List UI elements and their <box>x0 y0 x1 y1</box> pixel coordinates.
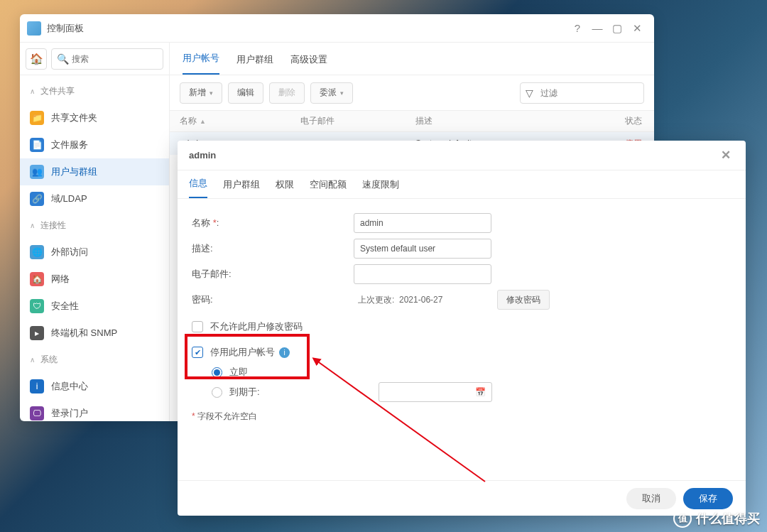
home-button[interactable]: 🏠 <box>26 48 47 70</box>
sidebar-item-network[interactable]: 🏠网络 <box>20 266 169 293</box>
mtab-perm[interactable]: 权限 <box>276 171 294 198</box>
content-tabs: 用户帐号 用户群组 高级设置 <box>170 43 654 75</box>
last-changed: 上次更改: 2021-06-27 <box>358 294 491 306</box>
delete-button[interactable]: 删除 <box>269 82 305 104</box>
label-email: 电子邮件: <box>192 268 354 281</box>
shield-icon: 🛡 <box>30 299 44 313</box>
sidebar-item-external-access[interactable]: 🌐外部访问 <box>20 239 169 266</box>
sidebar-item-shared-folders[interactable]: 📁共享文件夹 <box>20 104 169 131</box>
col-header-status[interactable]: 状态 <box>625 115 644 127</box>
chevron-down-icon: ▾ <box>210 89 213 97</box>
modal-body: 名称 *: 描述: 电子邮件: 密码: 上次更改: 2021-06-27 修改密… <box>178 199 746 480</box>
input-expire-date[interactable]: 📅 <box>379 382 492 402</box>
row-disallow-change-pw[interactable]: 不允许此用户修改密码 <box>192 317 731 337</box>
label-desc: 描述: <box>192 242 354 255</box>
modal-header: admin ✕ <box>178 141 746 170</box>
sidebar-item-security[interactable]: 🛡安全性 <box>20 293 169 320</box>
external-access-icon: 🌐 <box>30 245 44 259</box>
nav-group-system[interactable]: ∧系统 <box>20 347 169 373</box>
input-name[interactable] <box>354 213 491 233</box>
save-button[interactable]: 保存 <box>683 488 733 509</box>
chevron-up-icon: ∧ <box>30 356 35 364</box>
sidebar-item-terminal-snmp[interactable]: ▸终端机和 SNMP <box>20 320 169 347</box>
calendar-icon: 📅 <box>475 387 486 397</box>
info-icon[interactable]: i <box>279 347 290 358</box>
sidebar-item-login-portal[interactable]: 🖵登录门户 <box>20 400 169 421</box>
search-wrap: 🔍 <box>51 48 163 70</box>
col-header-email[interactable]: 电子邮件 <box>300 115 415 127</box>
app-icon <box>27 21 41 36</box>
input-desc[interactable] <box>354 239 491 259</box>
sort-asc-icon: ▲ <box>200 118 206 125</box>
filter-wrap: ▽ <box>520 82 644 104</box>
tab-advanced[interactable]: 高级设置 <box>290 45 327 75</box>
nav: ∧文件共享 📁共享文件夹 📄文件服务 👥用户与群组 🔗域/LDAP ∧连接性 🌐… <box>20 75 169 421</box>
input-email[interactable] <box>354 264 491 284</box>
chevron-up-icon: ∧ <box>30 222 35 229</box>
checkbox-disable-account[interactable] <box>192 347 203 358</box>
sidebar-item-info-center[interactable]: i信息中心 <box>20 373 169 400</box>
edit-button[interactable]: 编辑 <box>228 82 263 104</box>
col-header-desc[interactable]: 描述 <box>415 115 625 127</box>
sidebar: 🏠 🔍 ∧文件共享 📁共享文件夹 📄文件服务 👥用户与群组 🔗域/LDAP ∧连… <box>20 43 170 421</box>
info-icon: i <box>30 379 44 393</box>
radio-expire-on[interactable] <box>212 387 222 398</box>
col-header-name[interactable]: 名称▲ <box>180 115 300 127</box>
new-button[interactable]: 新增▾ <box>180 82 222 104</box>
login-portal-icon: 🖵 <box>30 406 44 420</box>
tab-user-account[interactable]: 用户帐号 <box>183 43 219 75</box>
sidebar-item-users-groups[interactable]: 👥用户与群组 <box>20 158 169 185</box>
network-icon: 🏠 <box>30 272 44 286</box>
mtab-user-group[interactable]: 用户群组 <box>223 171 260 198</box>
mtab-quota[interactable]: 空间配额 <box>310 171 347 198</box>
label-password: 密码: <box>192 293 354 306</box>
window-title: 控制面板 <box>47 22 567 35</box>
watermark: 值 什么值得买 <box>673 509 760 528</box>
modal-close-button[interactable]: ✕ <box>717 147 734 164</box>
modal-footer: 取消 保存 <box>178 480 746 516</box>
row-name: 名称 *: <box>192 212 731 234</box>
checkbox-disallow-change-pw[interactable] <box>192 321 203 332</box>
titlebar: 控制面板 ? — ▢ ✕ <box>20 14 654 43</box>
modal-tabs: 信息 用户群组 权限 空间配额 速度限制 <box>178 170 746 199</box>
tab-user-group[interactable]: 用户群组 <box>236 45 273 75</box>
cancel-button[interactable]: 取消 <box>626 488 676 509</box>
terminal-icon: ▸ <box>30 326 44 340</box>
watermark-icon: 值 <box>673 509 692 528</box>
maximize-button[interactable]: ▢ <box>607 18 627 38</box>
minimize-button[interactable]: — <box>587 18 607 38</box>
folder-icon: 📁 <box>30 111 44 125</box>
table-header: 名称▲ 电子邮件 描述 状态 <box>170 111 654 132</box>
mtab-info[interactable]: 信息 <box>189 170 207 198</box>
filter-input[interactable] <box>520 82 644 104</box>
mtab-speed[interactable]: 速度限制 <box>362 171 399 198</box>
sidebar-item-domain-ldap[interactable]: 🔗域/LDAP <box>20 185 169 212</box>
funnel-icon: ▽ <box>526 87 533 99</box>
chevron-down-icon: ▾ <box>340 89 344 97</box>
row-desc: 描述: <box>192 237 731 260</box>
row-expire-on[interactable]: 到期于: 📅 <box>212 382 731 402</box>
nav-group-connectivity[interactable]: ∧连接性 <box>20 212 169 239</box>
file-services-icon: 📄 <box>30 138 44 152</box>
sidebar-item-file-services[interactable]: 📄文件服务 <box>20 131 169 158</box>
toolbar: 新增▾ 编辑 删除 委派▾ ▽ <box>170 75 654 111</box>
close-button[interactable]: ✕ <box>627 18 647 38</box>
radio-immediately[interactable] <box>212 367 222 378</box>
required-note: * 字段不允许空白 <box>192 411 731 423</box>
row-immediately[interactable]: 立即 <box>212 362 731 382</box>
row-disable-account[interactable]: 停用此用户帐号 i <box>192 342 731 362</box>
chevron-up-icon: ∧ <box>30 87 35 95</box>
nav-group-file-sharing[interactable]: ∧文件共享 <box>20 78 169 104</box>
modal-title: admin <box>189 150 216 161</box>
label-name: 名称 *: <box>192 217 354 229</box>
row-password: 密码: 上次更改: 2021-06-27 修改密码 <box>192 288 731 311</box>
domain-icon: 🔗 <box>30 192 44 206</box>
sidebar-top: 🏠 🔍 <box>20 43 169 75</box>
search-icon: 🔍 <box>57 53 69 65</box>
edit-user-modal: admin ✕ 信息 用户群组 权限 空间配额 速度限制 名称 *: 描述: 电… <box>178 141 746 516</box>
change-password-button[interactable]: 修改密码 <box>497 290 550 310</box>
row-email: 电子邮件: <box>192 263 731 286</box>
help-button[interactable]: ? <box>567 18 587 38</box>
users-icon: 👥 <box>30 165 44 179</box>
delegate-button[interactable]: 委派▾ <box>310 82 353 104</box>
